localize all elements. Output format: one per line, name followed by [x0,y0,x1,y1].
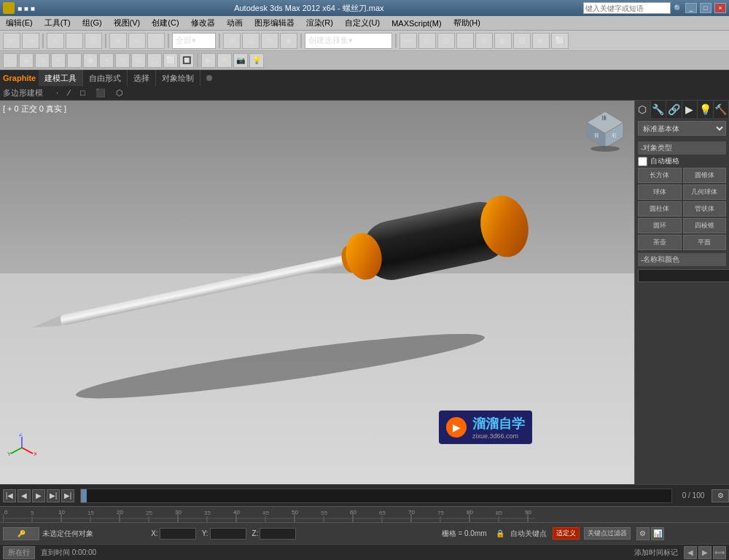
navigation-cube[interactable]: 顶 前 右 [583,108,627,152]
search-input[interactable] [583,2,671,14]
rp-tab-create[interactable]: ⬡ [635,101,651,118]
select-button[interactable]: ↖ [47,33,64,49]
render-button[interactable]: ▶ [532,33,550,49]
z-input[interactable] [260,528,296,540]
tb2-btn-2[interactable]: ◈ [19,53,34,68]
percent-snap[interactable]: % [261,33,278,49]
btn-sphere[interactable]: 球体 [638,184,682,200]
status-btn-2[interactable]: 📊 [651,527,664,540]
timeline-slider[interactable] [81,489,87,502]
key-filter-button[interactable]: 关键点过滤器 [584,527,631,540]
go-end-button[interactable]: ▶| [61,489,74,502]
menu-customize[interactable]: 自定义(U) [342,17,383,29]
layer-manager[interactable]: ⊞ [437,33,455,49]
timeline-track[interactable] [80,489,672,503]
frame-config-button[interactable]: ⚙ [712,489,729,502]
menu-help[interactable]: 帮助(H) [451,17,483,29]
status-btn-1[interactable]: ⚙ [636,527,650,540]
schematic-view[interactable]: ◈ [475,33,493,49]
search-icon[interactable]: 🔍 [674,4,682,12]
rp-tab-utilities[interactable]: 🔨 [714,101,730,118]
render-frame[interactable]: ⬜ [551,33,569,49]
minimize-button[interactable]: _ [685,3,697,13]
sub-tb-edge[interactable]: ∕ [64,88,74,98]
rp-tab-display[interactable]: 💡 [698,101,714,118]
prev-frame-button[interactable]: ◀ [17,489,31,502]
maximize-button[interactable]: □ [700,3,712,13]
rp-tab-hierarchy[interactable]: 🔗 [666,101,682,118]
menu-tools[interactable]: 工具(T) [42,17,74,29]
menu-animation[interactable]: 动画 [224,17,246,29]
tb2-btn-8[interactable]: ⟲ [115,53,130,68]
tb2-btn-7[interactable]: ✦ [99,53,114,68]
next-frame-button[interactable]: ▶| [47,489,60,502]
tb2-view-btn[interactable]: 👁 [217,53,232,68]
spinner-snap[interactable]: ◉ [280,33,297,49]
select-region-button[interactable]: ⬚ [66,33,83,49]
btn-geosphere[interactable]: 几何球体 [683,184,727,200]
sub-tb-polygon[interactable]: ⬛ [91,88,110,98]
viewport[interactable]: [ + 0 正交 0 真实 ] 顶 前 右 X Y [0,101,634,484]
btn-cylinder[interactable]: 圆柱体 [638,201,682,217]
close-button[interactable]: × [714,3,726,13]
btn-cone[interactable]: 圆锥体 [683,168,727,183]
graphite-tab-objectpaint[interactable]: 对象绘制 [156,70,200,86]
snap-toggle[interactable]: ⊞ [223,33,241,49]
tb2-camera-btn[interactable]: 📷 [233,53,248,68]
menu-create[interactable]: 创建(C) [149,17,182,29]
angle-snap[interactable]: ∠ [242,33,260,49]
tb2-btn-12[interactable]: 🔲 [179,53,194,68]
graphite-dot[interactable] [206,75,212,81]
object-name-input[interactable] [638,269,729,282]
menu-render[interactable]: 渲染(R) [303,17,336,29]
redo-button[interactable]: ↪ [22,33,39,49]
graphite-tab-modeling[interactable]: 建模工具 [39,70,83,86]
tb2-light-btn[interactable]: 💡 [249,53,264,68]
btn-teapot[interactable]: 茶壶 [638,235,682,250]
menu-group[interactable]: 组(G) [79,17,105,29]
menu-modifier[interactable]: 修改器 [188,17,218,29]
tb2-btn-11[interactable]: ⬜ [163,53,178,68]
menu-graph-editor[interactable]: 图形编辑器 [252,17,297,29]
material-editor[interactable]: ◐ [494,33,512,49]
rotate-button[interactable]: ↻ [128,33,146,49]
bottom-btn-2[interactable]: ▶ [698,546,712,559]
scale-button[interactable]: ⬡ [147,33,165,49]
tb2-btn-9[interactable]: ⊞ [131,53,146,68]
menu-maxscript[interactable]: MAXScript(M) [389,18,444,28]
bottom-btn-3[interactable]: ⟺ [713,546,726,559]
sub-tb-vertex[interactable]: · [52,88,63,98]
tb2-btn-1[interactable]: ⬡ [3,53,17,68]
sub-tb-border[interactable]: □ [76,88,90,98]
btn-tube[interactable]: 管状体 [683,201,727,217]
bottom-btn-1[interactable]: ◀ [684,546,697,559]
tb2-btn-10[interactable]: ◻ [147,53,162,68]
tb2-btn-5[interactable]: ⋯ [67,53,82,68]
render-setup[interactable]: 🖼 [513,33,531,49]
menu-edit[interactable]: 编辑(E) [3,17,36,29]
section-name-color[interactable]: 名称和颜色 [638,253,726,266]
sub-tb-element[interactable]: ⬡ [112,88,128,98]
btn-plane[interactable]: 平面 [683,235,727,250]
undo-button[interactable]: ↩ [3,33,20,49]
mirror-button[interactable]: ⟺ [399,33,417,49]
mode-button[interactable]: 所在行 [3,546,35,559]
curve-editor[interactable]: 〜 [456,33,474,49]
reference-coord-dropdown[interactable]: 创建选择集▾ [305,33,392,49]
go-start-button[interactable]: |◀ [3,489,16,502]
key-mode-button[interactable]: 🔑 [3,527,39,540]
object-type-dropdown[interactable]: 标准基本体 [638,121,726,136]
tb2-btn-6[interactable]: ⬢ [83,53,98,68]
btn-torus[interactable]: 圆环 [638,218,682,233]
tb2-render-btn[interactable]: ▶ [201,53,216,68]
y-input[interactable] [210,528,246,540]
btn-pyramid[interactable]: 四棱锥 [683,218,727,233]
tb2-btn-4[interactable]: ≡ [51,53,66,68]
rp-tab-motion[interactable]: ▶ [682,101,698,118]
section-object-type[interactable]: 对象类型 [638,141,726,155]
auto-grid-checkbox[interactable] [638,157,647,166]
tb2-btn-3[interactable]: ⊕ [35,53,50,68]
move-button[interactable]: ✛ [109,33,127,49]
align-button[interactable]: ⊟ [418,33,436,49]
select-by-name-button[interactable]: 🗒 [85,33,102,49]
